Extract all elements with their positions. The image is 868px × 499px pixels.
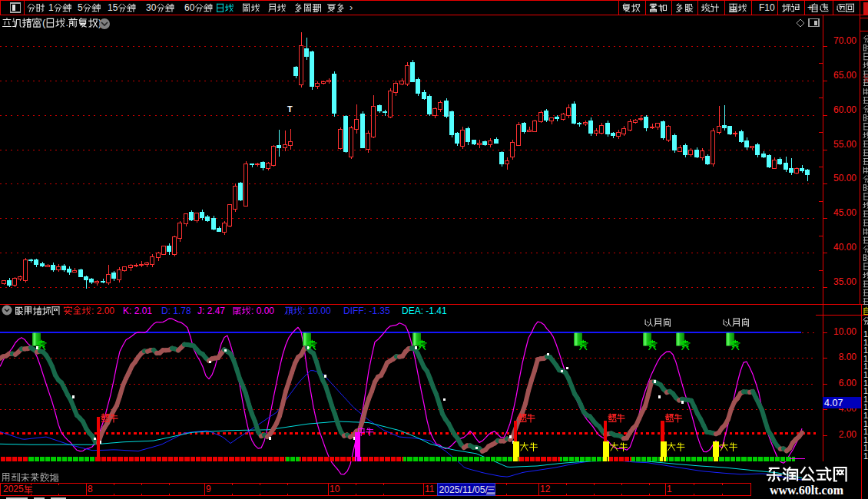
svg-text:1: 1 — [863, 451, 868, 461]
svg-text:1: 1 — [667, 484, 672, 494]
svg-text:50.00: 50.00 — [833, 173, 856, 183]
svg-text:55.00: 55.00 — [833, 139, 856, 150]
svg-text:30: 30 — [146, 2, 157, 13]
svg-text:›: › — [350, 2, 353, 13]
svg-text:40.00: 40.00 — [833, 242, 856, 253]
svg-text:4.07: 4.07 — [824, 398, 843, 408]
svg-text:60: 60 — [184, 2, 195, 13]
svg-text:60.00: 60.00 — [833, 104, 856, 115]
svg-text:6.00: 6.00 — [839, 378, 857, 388]
svg-text:F10: F10 — [759, 2, 775, 13]
svg-text:45.00: 45.00 — [833, 207, 856, 218]
svg-text:11: 11 — [425, 484, 435, 494]
svg-text:2025: 2025 — [3, 484, 24, 494]
svg-text:: 10.00: : 10.00 — [303, 306, 331, 316]
svg-text:10.00: 10.00 — [833, 326, 856, 337]
svg-text:8.00: 8.00 — [839, 352, 857, 362]
svg-text:70.00: 70.00 — [833, 35, 856, 46]
svg-text:T: T — [287, 104, 293, 114]
svg-text:J: 2.47: J: 2.47 — [197, 306, 225, 316]
svg-text:www.60lt.com: www.60lt.com — [770, 484, 844, 497]
svg-text:: 0.00: : 0.00 — [251, 306, 274, 316]
svg-text:15: 15 — [108, 2, 118, 13]
svg-text:65.00: 65.00 — [833, 70, 856, 81]
svg-text:DEA: -1.41: DEA: -1.41 — [402, 306, 447, 316]
svg-text:.: . — [65, 17, 68, 28]
svg-text:10: 10 — [330, 484, 340, 494]
svg-text:8: 8 — [88, 484, 93, 494]
svg-text:35.00: 35.00 — [833, 276, 856, 287]
svg-text:2025/11/05/: 2025/11/05/ — [439, 484, 489, 495]
svg-text:12: 12 — [540, 484, 551, 494]
svg-text:2.00: 2.00 — [839, 429, 857, 440]
svg-text:9: 9 — [206, 484, 211, 494]
svg-text:D: 1.78: D: 1.78 — [161, 306, 191, 316]
svg-text:DIFF: -1.35: DIFF: -1.35 — [343, 306, 390, 316]
svg-text:1: 1 — [48, 2, 54, 13]
svg-text:5: 5 — [78, 2, 83, 13]
svg-text:: 2.00: : 2.00 — [91, 306, 114, 316]
svg-text:(: ( — [42, 17, 46, 28]
svg-text:K: 2.01: K: 2.01 — [123, 306, 152, 316]
